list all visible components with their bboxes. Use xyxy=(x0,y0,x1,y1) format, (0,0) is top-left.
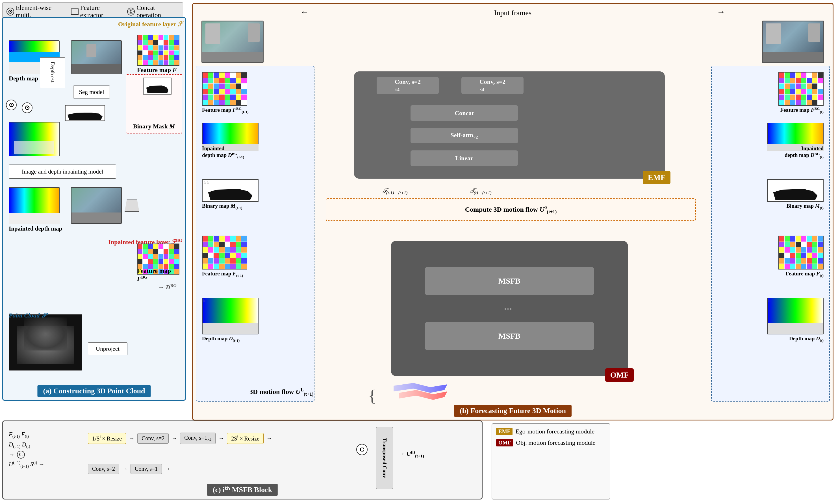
upper-chain: 1/Si × Resize → Conv, s=2 → Conv, s=1×4 … xyxy=(88,433,272,444)
mult-circle-1: ⊙ xyxy=(22,103,33,113)
inpainted-depth-t-label: Inpainteddepth map DBG(t) xyxy=(785,145,824,159)
motion-flow-viz xyxy=(391,380,447,403)
inpainted-depth-t1-label: Inpainteddepth map DBG(t-1) xyxy=(202,145,244,159)
feature-map-F-box: Feature map F xyxy=(137,35,179,66)
panel-c: F(t-1) F(t) D(t-1) D(t) →C U(i-1)(t+1) S… xyxy=(2,420,482,500)
point-cloud-thumb: Point Cloud 𝒫 xyxy=(9,314,82,371)
svg-marker-1 xyxy=(399,390,447,400)
pc-input-U: U(i-1)(t+1) S(i) → xyxy=(9,460,45,470)
inpainted-frame-thumb: Inpainted frame xyxy=(71,187,122,224)
elem-mult-symbol: ⊙ xyxy=(6,7,14,16)
emf-concat-box: Concat xyxy=(411,105,518,121)
msfb2-box: MSFB xyxy=(425,322,594,350)
legend-emf-item: EMF Ego-motion forecasting module xyxy=(496,428,606,435)
depth-map-t: ⠷ Depth map D(t) xyxy=(767,298,824,335)
legend-omf-item: OMF Obj. motion forecasting module xyxy=(496,439,606,446)
emf-concat-label: Concat xyxy=(455,109,474,117)
arrow-left: ← xyxy=(300,7,309,17)
legend-omf-badge: OMF xyxy=(496,439,513,446)
frame-t-thumb: It xyxy=(762,21,824,63)
binary-map-t-label: Binary map M(t) xyxy=(786,203,824,210)
depth-est-box: Depth est. xyxy=(40,57,65,88)
emf-conv2-box: Conv, s=2×4 xyxy=(461,77,524,94)
inpainted-depth-label: Inpainted depth map xyxy=(9,225,62,232)
panel-b: Input frames ← → It-1 It xyxy=(192,3,834,420)
depth-map-t1-label: Depth map D(t-1) xyxy=(202,336,240,343)
binary-map-t: Binary map M(t) xyxy=(767,179,824,202)
msfb-dots: ⋯ xyxy=(504,304,515,313)
masked-depth-thumb xyxy=(65,105,105,121)
emf-linear-label: Linear xyxy=(455,155,473,162)
left-column-box: Feature map FBG(t-1) Inpainteddepth map … xyxy=(196,66,314,401)
resize-down-box: 1/Si × Resize xyxy=(88,433,126,444)
feat-map-t1-bg-label: Feature map FBG(t-1) xyxy=(202,106,249,114)
lower-chain: Conv, s=2 → Conv, s=1 → xyxy=(88,464,170,474)
concat-symbol: Ⓒ xyxy=(127,7,135,16)
unproject-box: Unproject xyxy=(88,342,127,355)
resize-up-box: 2Si × Resize xyxy=(227,433,263,444)
conv-s2-box1: Conv, s=2 xyxy=(137,433,169,444)
panel-b-title: (b) Forecasting Future 3D Motion xyxy=(454,405,571,417)
depth-est-label: Depth est. xyxy=(49,62,56,84)
panel-a: Original feature layer ℱ Depth map Input… xyxy=(2,17,186,401)
pc-label: Point Cloud 𝒫 xyxy=(9,312,46,319)
seg-model-label: Seg model xyxy=(79,89,104,96)
emf-badge: EMF xyxy=(643,171,670,184)
msfb2-label: MSFB xyxy=(498,331,520,341)
seg-depth-thumb xyxy=(9,122,59,156)
pc-input-F: F(t-1) F(t) xyxy=(9,430,45,440)
legend-box: EMF Ego-motion forecasting module OMF Ob… xyxy=(492,423,610,500)
arrow6: → xyxy=(165,466,170,472)
feat-map-t-bg: Feature map FBG(t) xyxy=(779,72,824,106)
pc-concat-row: →C xyxy=(9,450,45,460)
concat-symbol-c: C xyxy=(17,451,25,458)
output-motion-label: 3D motion flow UL(t+1) xyxy=(250,387,314,397)
inpainting-model-box: Image and depth inpainting model xyxy=(9,164,116,179)
depth-map-label: Depth map xyxy=(9,75,38,82)
emf-box: Conv, s=2×4 Conv, s=2×4 Concat Self-attn… xyxy=(354,71,665,179)
output-label-c: → U(i)(t+1) xyxy=(399,450,424,458)
feature-map-FBG-label: Feature map FBG xyxy=(137,267,179,283)
omf-badge: OMF xyxy=(605,368,634,382)
output-brace: { xyxy=(368,386,376,406)
compute-motion-box: Compute 3D motion flow U0(t+1) xyxy=(326,198,696,221)
dBG-label: → DBG xyxy=(158,283,176,291)
emf-conv2-label: Conv, s=2×4 xyxy=(479,78,506,93)
feat-extractor-a xyxy=(125,199,139,212)
omf-box: MSFB ⋯ MSFB OMF xyxy=(391,241,628,376)
frame-t1-label: It-1 xyxy=(202,61,210,63)
feat-map-t-bg-label: Feature map FBG(t) xyxy=(780,106,824,114)
emf-linear-box: Linear xyxy=(411,150,518,166)
arrow4: → xyxy=(267,435,272,442)
legend-omf-desc: Obj. motion forecasting module xyxy=(516,439,595,446)
frame-t-label: It xyxy=(762,61,765,63)
inpainted-depth-t1: Inpainteddepth map DBG(t-1) xyxy=(202,123,258,151)
tau-t-label: 𝒯(t)→(t+1) xyxy=(470,187,492,195)
transposed-conv-label: Transposed Conv xyxy=(381,438,388,478)
arrow3: → xyxy=(218,435,224,442)
inpainted-depth-t: Inpainteddepth map DBG(t) xyxy=(767,123,824,151)
arrow1: → xyxy=(129,435,135,442)
msfb1-box: MSFB xyxy=(425,267,594,295)
conv-s1-box2: Conv, s=1 xyxy=(131,464,162,474)
feature-map-FBG-box: Feature map FBG xyxy=(137,244,179,274)
feat-extractor-symbol xyxy=(71,8,79,15)
legend-emf-desc: Ego-motion forecasting module xyxy=(515,428,595,435)
arrow2: → xyxy=(171,435,177,442)
concat-circle-c: C xyxy=(356,444,367,455)
panel-c-inputs: F(t-1) F(t) D(t-1) D(t) →C U(i-1)(t+1) S… xyxy=(9,430,45,470)
frame-t1-thumb: It-1 xyxy=(202,21,263,63)
feat-map-t1-bg: Feature map FBG(t-1) xyxy=(202,72,247,106)
binary-mask-region: Binary Mask M xyxy=(126,74,182,133)
binary-mask-label: Binary Mask M xyxy=(133,123,175,130)
legend-emf-badge: EMF xyxy=(496,428,513,435)
panel-c-title: (c) iᵗʰ MSFB Block xyxy=(207,484,278,496)
emf-self-attn-box: Self-attn×2 xyxy=(411,128,518,143)
conv-s2-box2: Conv, s=2 xyxy=(88,464,119,474)
feature-map-F-label: Feature map F xyxy=(137,66,176,74)
panel-a-title: (a) Constructing 3D Point Cloud xyxy=(37,385,151,397)
emf-conv1-box: Conv, s=2×4 xyxy=(377,77,439,94)
feat-map-t1: Feature map F(t-1) xyxy=(202,236,247,270)
compute-motion-label: Compute 3D motion flow U0(t+1) xyxy=(465,205,557,215)
input-frames-text: Input frames xyxy=(494,9,531,17)
